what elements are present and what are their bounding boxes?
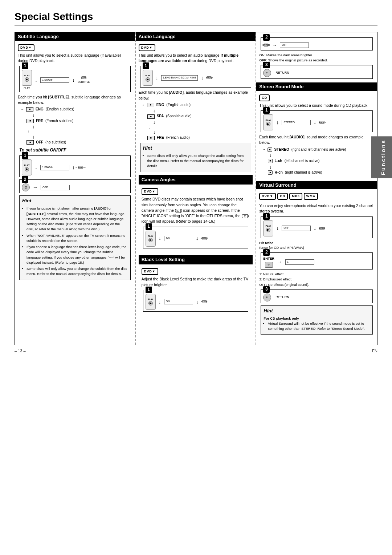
subtitle-hint-title: Hint	[22, 198, 128, 204]
vs-hit-note2: (once for CD and MP3/WMA)	[259, 245, 374, 250]
subtitle-intro: This unit allows you to select a subtitl…	[18, 53, 132, 64]
audio-remote-icon: PLAY ▶	[143, 70, 153, 86]
bl-on-text: ON: Makes the dark areas brighter.	[259, 53, 374, 58]
bl-step3: 3 ↩ RETURN	[261, 65, 373, 79]
subtitle-lang-list: → ■ ENG (English subtitles) ↓ ■ FRE (Fre…	[21, 107, 132, 145]
vs-step2-screen: 1	[285, 259, 314, 265]
subtitle-hint-content: If your language is not shown after pres…	[22, 206, 128, 276]
page-footer: – 13 – EN	[15, 349, 377, 353]
audio-instruction: Each time you hit [AUDIO], audio languag…	[139, 90, 253, 101]
audio-hint-content: Some discs will only allow you to change…	[143, 153, 249, 169]
remote-play-icon: PLAY ▶ PLAY	[22, 70, 32, 90]
vs-badges-row: DVD▼ CD MP3 WMA	[259, 193, 374, 201]
col-right: 2 ENTER → OFF ON: Makes the dark areas b…	[256, 32, 377, 345]
page-title: Special Settings	[15, 11, 377, 25]
vs-hint-box: Hint For CD playback only Virtual Surrou…	[261, 305, 373, 335]
vs-wma-badge: WMA	[304, 193, 318, 200]
set-subtitle-step2-screen: OFF	[41, 185, 70, 190]
set-subtitle-step2: 2 ⊙ → OFF	[19, 179, 131, 193]
stereo-audio-btn: AUDIO	[319, 121, 324, 124]
audio-hint-box: Hint Some discs will only allow you to c…	[140, 143, 252, 172]
audio-hint-title: Hint	[143, 145, 249, 152]
vs-mode-btn: MODE	[319, 227, 324, 230]
audio-language-header: Audio Language	[136, 32, 256, 41]
stereo-step1-screen: STEREO	[282, 120, 311, 125]
vs-step1-screen: OFF	[282, 226, 311, 231]
vs-effects-list: 1: Natural effect. 2: Emphasized effect.…	[259, 272, 374, 287]
stereo-remote-icon: PLAY ▶	[263, 114, 273, 130]
dvd-badge-black: DVD▼	[142, 268, 158, 275]
vs-dvd-badge: DVD▼	[259, 193, 276, 200]
vs-return-btn-icon: ↩	[263, 293, 271, 301]
camera-step1: 1 PLAY ▶ ↓ 1/8 ↓	[143, 227, 249, 248]
vs-cd-badge: CD	[277, 193, 288, 200]
subtitle-btn-icon: SUB SUBTITLE	[78, 76, 90, 84]
col-subtitle: Subtitle Language DVD▼ This unit allows …	[15, 32, 136, 345]
stereo-sound-header: Stereo Sound Mode	[256, 82, 377, 91]
vs-step2: 2 ENTER ↩ → 1	[261, 252, 373, 270]
set-subtitle-title: To set subtitle ON/OFF	[19, 147, 131, 153]
audio-step1-screen: 1.ENG Dolby D 3/2.1ch 48k/3	[161, 75, 198, 80]
vs-hint-content: For CD playback only Virtual Surround wi…	[264, 316, 370, 332]
black-step1-screen: ON	[164, 299, 193, 304]
black-level-step1: 1 PLAY ▶ ↓ ON ↓	[143, 290, 249, 312]
set-sub-remote2-icon: ⊙	[22, 183, 30, 191]
subtitle-language-header: Subtitle Language	[15, 32, 135, 41]
audio-lang-list: → ■ ENG (English audio) ↓ ■ SPA (Spanish…	[142, 102, 253, 141]
functions-tab: Functions	[371, 137, 392, 178]
stereo-mode-list: → ■ STEREO (right and left channels are …	[262, 147, 374, 175]
dvd-badge-camera: DVD▼	[142, 188, 158, 195]
stereo-step1: 1 PLAY ▶ ↓ STEREO ↓ AUDIO	[261, 110, 373, 132]
subtitle-hint-box: Hint If your language is not shown after…	[19, 195, 131, 280]
col-audio: Audio Language DVD▼ This unit allows you…	[136, 32, 257, 345]
cd-badge-stereo: CD	[259, 94, 270, 101]
subtitle-step1-screen: 1.ENG/6	[40, 77, 69, 83]
stereo-intro: This unit allows you to select a sound m…	[259, 103, 374, 108]
virtual-surround-header: Virtual Surround	[256, 181, 377, 189]
audio-step1: 1 PLAY ▶ ↓ 1.ENG Dolby D 3/2.1ch 48k/3 ↓…	[140, 66, 252, 88]
set-subtitle-step1: 1 PLAY ▶ ↓ 1.ENG/6 ↓ SUBTITLE	[19, 155, 131, 177]
return-btn-icon: ↩	[263, 69, 271, 77]
enter-btn-icon: ENTER	[263, 43, 269, 47]
stereo-instruction: Each time you hit [AUDIO], sound mode ch…	[259, 134, 374, 145]
vs-enter-btn-icon: ENTER ↩	[263, 256, 274, 268]
footer-page: – 13 –	[15, 349, 26, 353]
vs-intro: You can enjoy stereophonic virtual world…	[259, 203, 374, 214]
angle-btn: ANGLE	[202, 237, 207, 240]
dvd-badge-subtitle: DVD▼	[18, 44, 34, 51]
vs-hint-title: Hint	[264, 308, 370, 315]
vs-remote-icon: PLAY ▶	[263, 220, 273, 236]
audio-btn: AUDIO	[207, 76, 212, 79]
black-remote-icon: PLAY ▶	[146, 294, 156, 310]
mode-btn: MODE	[202, 300, 207, 303]
footer-lang: EN	[372, 349, 377, 353]
set-subtitle-step1-screen: 1.ENG/6	[40, 165, 69, 170]
bl-step2: 2 ENTER → OFF	[261, 37, 373, 50]
vs-mp3-badge: MP3	[289, 193, 302, 200]
subtitle-instruction: Each time you hit [SUBTITLE], subtitle l…	[18, 94, 132, 105]
black-level-intro: Adjust the Black Level Setting to make t…	[142, 276, 250, 287]
vs-step3: 3 ↩ RETURN	[261, 289, 373, 303]
set-subtitle-btn: SUBTITLE	[78, 166, 83, 169]
dvd-badge-audio: DVD▼	[139, 44, 155, 51]
set-sub-remote-icon: PLAY ▶	[22, 159, 32, 175]
bl-off-text: OFF: Shows the original picture as recor…	[259, 58, 374, 63]
camera-intro: Some DVD discs may contain scenes which …	[142, 197, 250, 224]
bl-step2-screen: OFF	[280, 42, 309, 48]
camera-angles-header: Camera Angles	[139, 175, 253, 185]
camera-remote-icon: PLAY ▶	[146, 231, 156, 247]
black-level-header: Black Level Setting	[139, 255, 253, 265]
vs-hit-note: Hit twice	[259, 240, 374, 246]
camera-step1-screen: 1/8	[164, 236, 193, 241]
audio-intro: This unit allows you to select an audio …	[139, 53, 253, 64]
subtitle-step1: 1 PLAY ▶ PLAY ↓ 1.ENG/6	[19, 66, 131, 92]
vs-step1: 1 PLAY ▶ ↓ OFF ↓ MODE	[261, 216, 373, 238]
